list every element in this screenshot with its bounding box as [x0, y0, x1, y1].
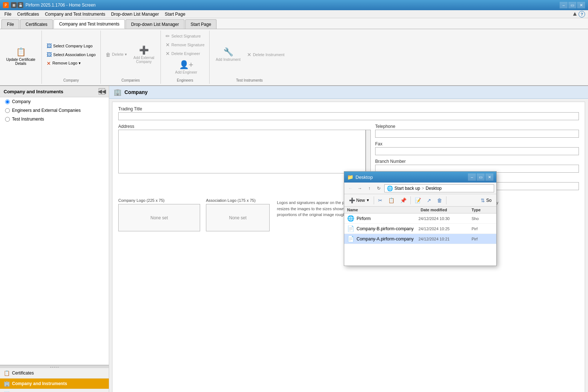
address-textarea[interactable]: [118, 130, 366, 173]
fe-minimize-button[interactable]: –: [468, 173, 476, 181]
fe-back-button[interactable]: ←: [346, 184, 354, 192]
fe-cut-button[interactable]: ✂: [376, 196, 385, 205]
fe-rename-button[interactable]: 📝: [412, 196, 424, 205]
select-company-logo-button[interactable]: 🖼 Select Company Logo: [45, 42, 98, 50]
sidebar-tab-certificates[interactable]: 📋 Certificates: [0, 368, 109, 379]
file-explorer: 📁 Desktop – ▭ ✕ ← → ↑ ↻ 🌐 Start back up …: [344, 171, 497, 266]
ribbon-group-engineers: ✏ Select Signature ✕ Remove Signature ✕ …: [161, 31, 210, 84]
title-bar-menu-icons: ▦ 💾: [11, 2, 23, 8]
sidebar-tab-company-instruments[interactable]: 🏢 Company and Instruments: [0, 379, 109, 389]
engineers-radio[interactable]: [5, 108, 10, 113]
fe-breadcrumb-end: Desktop: [426, 186, 442, 191]
fe-file-date-company-b: 24/12/2024 10:25: [418, 227, 469, 231]
fe-cut-icon: ✂: [378, 197, 382, 203]
menu-company-instruments[interactable]: Company and Test Instruments: [42, 10, 108, 18]
company-radio[interactable]: [5, 99, 10, 104]
company-tab-icon: 🏢: [4, 381, 10, 387]
update-certificate-button[interactable]: 📋 Update CertificateDetails: [3, 45, 39, 68]
fe-toolbar-sep-2: [410, 196, 411, 204]
content-title: Company: [124, 89, 148, 95]
fe-toolbar-sep-1: [374, 196, 374, 204]
branch-number-label: Branch Number: [375, 159, 579, 164]
tab-start-page[interactable]: Start Page: [185, 19, 217, 29]
fax-input[interactable]: [375, 147, 579, 155]
engineers-group-label: Engineers: [177, 78, 193, 82]
fe-file-type-company-b: Pirf: [472, 227, 493, 231]
menu-icon-2[interactable]: 💾: [17, 2, 23, 8]
delete-engineer-button[interactable]: ✕ Delete Engineer: [164, 50, 206, 58]
fe-folder-icon: 📁: [347, 174, 353, 180]
remove-logo-button[interactable]: ✕ Remove Logo ▾: [45, 59, 98, 67]
address-col: Address: [118, 124, 371, 194]
fe-forward-button[interactable]: →: [356, 184, 364, 192]
help-collapse-icon[interactable]: ⯅: [573, 12, 577, 17]
menu-icon-1[interactable]: ▦: [11, 2, 17, 8]
fe-new-button[interactable]: ➕ New ▼: [346, 196, 372, 205]
fe-share-button[interactable]: ↗: [424, 196, 434, 205]
tab-company-instruments[interactable]: Company and Test Instruments: [53, 19, 125, 29]
sidebar-close-button[interactable]: ◀◀: [99, 88, 105, 95]
fe-file-row-company-a[interactable]: 📄 Company-A.pirform-company 24/12/2024 1…: [344, 234, 496, 244]
fe-refresh-button[interactable]: ↻: [375, 184, 383, 192]
remove-signature-button[interactable]: ✕ Remove Signature: [164, 41, 206, 49]
fe-delete-button[interactable]: 🗑: [434, 196, 445, 205]
menu-dropdown-list[interactable]: Drop-down List Manager: [108, 10, 162, 18]
menu-file[interactable]: File: [1, 10, 14, 18]
fe-restore-button[interactable]: ▭: [477, 173, 485, 181]
add-engineer-label: Add Engineer: [175, 70, 197, 74]
sidebar-bottom-tabs: 📋 Certificates 🏢 Company and Instruments…: [0, 368, 109, 392]
fe-new-icon: ➕: [349, 197, 355, 203]
tab-file[interactable]: File: [1, 19, 19, 29]
delete-button[interactable]: 🗑 Delete ▾: [104, 51, 129, 59]
fe-paste-button[interactable]: 📌: [398, 196, 409, 205]
sidebar-item-company[interactable]: Company: [0, 97, 109, 106]
trading-title-input[interactable]: [118, 112, 579, 120]
minimize-button[interactable]: –: [560, 2, 568, 8]
certificates-tab-icon: 📋: [4, 370, 10, 376]
select-association-logo-button[interactable]: 🖼 Select Association Logo: [45, 51, 98, 59]
select-signature-button[interactable]: ✏ Select Signature: [164, 32, 206, 40]
trading-title-row: Trading Title: [118, 106, 579, 120]
help-icon[interactable]: ?: [579, 11, 585, 17]
app-title: Pirform 2025.1.1706 - Home Screen: [25, 3, 96, 8]
menu-start-page[interactable]: Start Page: [162, 10, 188, 18]
add-external-company-button[interactable]: ➕ Add ExternalCompany: [130, 43, 158, 66]
signature-icon: ✏: [166, 33, 170, 39]
sidebar-item-test-instruments[interactable]: Test Instruments: [0, 115, 109, 124]
del-engineer-icon: ✕: [166, 51, 170, 56]
fe-file-type-company-a: Pirf: [472, 237, 493, 241]
fe-new-dropdown-icon: ▼: [366, 198, 370, 202]
content-header-icon: 🏢: [114, 88, 122, 96]
sidebar-tab-dropdown-list[interactable]: 📃 Drop-down List Manager: [0, 389, 109, 392]
telephone-input[interactable]: [375, 130, 579, 138]
tab-certificates[interactable]: Certificates: [20, 19, 53, 29]
fe-copy-button[interactable]: 📋: [386, 196, 397, 205]
content-header: 🏢 Company: [109, 86, 588, 99]
sidebar: Company and Instruments ◀◀ Company Engin…: [0, 86, 109, 392]
fe-sort-button[interactable]: ⇅ So: [478, 196, 494, 205]
test-instruments-radio[interactable]: [5, 117, 10, 122]
delete-icon: 🗑: [106, 52, 111, 58]
remove-logo-icon: ✕: [47, 60, 51, 66]
fe-title-controls: – ▭ ✕: [468, 173, 493, 181]
fe-file-row-company-b[interactable]: 📄 Company-B.pirform-company 24/12/2024 1…: [344, 224, 496, 234]
delete-instrument-button[interactable]: ✕ Delete Instrument: [245, 51, 286, 59]
update-certificate-label: Update CertificateDetails: [6, 58, 35, 66]
sidebar-item-engineers[interactable]: Engineers and External Companies: [0, 106, 109, 115]
close-button[interactable]: ✕: [577, 2, 585, 8]
fe-toolbar-sep-3: [446, 196, 446, 204]
fe-close-button[interactable]: ✕: [485, 173, 493, 181]
add-engineer-button[interactable]: 👤+ Add Engineer: [172, 58, 200, 77]
menu-certificates[interactable]: Certificates: [14, 10, 42, 18]
fe-nav-bar: ← → ↑ ↻ 🌐 Start back up > Desktop: [344, 183, 496, 194]
tab-dropdown-list[interactable]: Drop-down List Manager: [126, 19, 184, 29]
fe-file-icon-company-a: 📄: [347, 235, 354, 242]
fe-up-button[interactable]: ↑: [365, 184, 373, 192]
add-instrument-label: Add Instrument: [216, 58, 241, 62]
restore-button[interactable]: ▭: [568, 2, 576, 8]
tab-bar: File Certificates Company and Test Instr…: [0, 18, 588, 29]
add-instrument-button[interactable]: 🔧 Add Instrument: [212, 45, 244, 64]
fe-file-date-pirform: 24/12/2024 10:30: [418, 216, 469, 221]
address-scrollbar[interactable]: [366, 130, 371, 175]
fe-file-row-pirform[interactable]: 🌐 Pirform 24/12/2024 10:30 Sho: [344, 213, 496, 224]
